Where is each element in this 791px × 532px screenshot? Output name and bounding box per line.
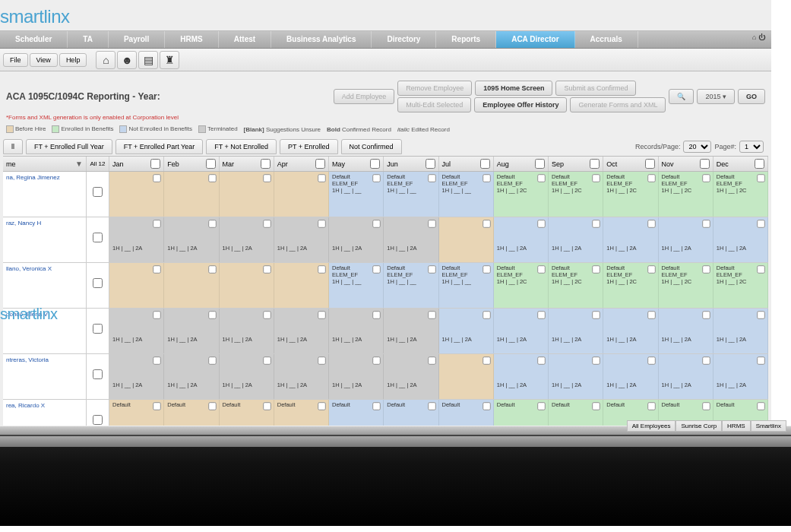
cell-checkbox[interactable] bbox=[593, 311, 600, 318]
row-checkbox[interactable] bbox=[93, 278, 103, 288]
cell-checkbox[interactable] bbox=[153, 220, 161, 227]
grid-cell[interactable]: 1H | __ | 2A bbox=[329, 354, 384, 399]
menu-view[interactable]: View bbox=[30, 53, 58, 67]
cell-checkbox[interactable] bbox=[757, 356, 764, 364]
cell-checkbox[interactable] bbox=[318, 402, 325, 410]
menu-file[interactable]: File bbox=[3, 53, 28, 67]
user-icon[interactable]: ☻ bbox=[117, 51, 137, 69]
cell-checkbox[interactable] bbox=[263, 356, 271, 364]
cell-checkbox[interactable] bbox=[373, 311, 381, 318]
grid-cell[interactable]: 1H | __ | 2A bbox=[603, 217, 658, 262]
cell-checkbox[interactable] bbox=[647, 220, 655, 227]
cell-checkbox[interactable] bbox=[208, 356, 216, 364]
grid-cell[interactable]: Default bbox=[439, 400, 494, 426]
grid-cell[interactable]: 1H | __ | 2A bbox=[164, 354, 219, 399]
nav-business-analytics[interactable]: Business Analytics bbox=[271, 31, 372, 48]
col-dec[interactable]: Dec bbox=[713, 157, 768, 171]
cell-checkbox[interactable] bbox=[702, 311, 710, 318]
year-select[interactable]: 2015 ▾ bbox=[697, 89, 735, 104]
col-feb[interactable]: Feb bbox=[164, 157, 219, 171]
records-select[interactable]: 20 bbox=[683, 141, 711, 153]
nav-directory[interactable]: Directory bbox=[372, 31, 436, 48]
nav-hrms[interactable]: HRMS bbox=[165, 31, 218, 48]
grid-cell[interactable]: DefaultELEM_EF1H | __ | __ bbox=[439, 172, 494, 217]
grid-cell[interactable]: 1H | __ | 2A bbox=[220, 354, 274, 399]
col-jun[interactable]: Jun bbox=[384, 157, 438, 171]
col-may[interactable]: May bbox=[329, 157, 384, 171]
grid-cell[interactable]: 1H | __ | 2A bbox=[603, 309, 658, 353]
cell-checkbox[interactable] bbox=[153, 311, 161, 318]
grid-cell[interactable]: DefaultELEM_EF1H | __ | 2C bbox=[494, 172, 549, 217]
row-checkbox[interactable] bbox=[93, 324, 103, 334]
cell-checkbox[interactable] bbox=[757, 174, 764, 182]
cell-checkbox[interactable] bbox=[153, 174, 161, 182]
cell-checkbox[interactable] bbox=[153, 356, 161, 364]
cell-checkbox[interactable] bbox=[153, 402, 161, 410]
grid-cell[interactable] bbox=[109, 263, 164, 308]
nav-attest[interactable]: Attest bbox=[219, 31, 271, 48]
cell-checkbox[interactable] bbox=[263, 402, 271, 410]
nav-aca-director[interactable]: ACA Director bbox=[496, 31, 574, 48]
employee-name[interactable]: na, Regina Jimenez bbox=[3, 172, 87, 217]
cell-checkbox[interactable] bbox=[647, 356, 655, 364]
cell-checkbox[interactable] bbox=[537, 265, 545, 273]
grid-cell[interactable]: 1H | __ | 2A bbox=[713, 309, 768, 353]
grid-cell[interactable] bbox=[274, 172, 329, 217]
row-checkbox[interactable] bbox=[93, 187, 103, 197]
submit-confirmed-button[interactable]: Submit as Confirmed bbox=[555, 81, 636, 96]
cell-checkbox[interactable] bbox=[593, 220, 600, 227]
nav-accruals[interactable]: Accruals bbox=[575, 31, 638, 48]
filter-tab[interactable]: Not Confirmed bbox=[341, 139, 402, 154]
col-mar[interactable]: Mar bbox=[220, 157, 274, 171]
grid-cell[interactable]: Default bbox=[220, 400, 274, 426]
cell-checkbox[interactable] bbox=[428, 174, 435, 182]
grid-cell[interactable]: 1H | __ | 2A bbox=[549, 217, 603, 262]
grid-cell[interactable]: 1H | __ | 2A bbox=[164, 309, 219, 353]
grid-cell[interactable]: DefaultELEM_EF1H | __ | 2C bbox=[659, 172, 713, 217]
filter-tab[interactable]: PT + Enrolled bbox=[280, 139, 338, 154]
building-icon[interactable]: ♜ bbox=[160, 51, 179, 69]
grid-cell[interactable]: 1H | __ | 2A bbox=[329, 217, 384, 262]
grid-cell[interactable]: 1H | __ | 2A bbox=[274, 354, 329, 399]
grid-cell[interactable]: 1H | __ | 2A bbox=[713, 217, 768, 262]
grid-cell[interactable] bbox=[220, 263, 274, 308]
grid-cell[interactable]: 1H | __ | 2A bbox=[274, 309, 329, 353]
nav-scheduler[interactable]: Scheduler bbox=[0, 31, 68, 48]
cell-checkbox[interactable] bbox=[537, 220, 545, 227]
grid-cell[interactable]: 1H | __ | 2A bbox=[109, 354, 164, 399]
cell-checkbox[interactable] bbox=[318, 265, 325, 273]
grid-cell[interactable]: 1H | __ | 2A bbox=[220, 217, 274, 262]
cell-checkbox[interactable] bbox=[318, 220, 325, 227]
grid-cell[interactable]: 1H | __ | 2A bbox=[659, 354, 713, 399]
cell-checkbox[interactable] bbox=[593, 402, 600, 410]
filter-tab[interactable]: FT + Not Enrolled bbox=[206, 139, 277, 154]
cell-checkbox[interactable] bbox=[702, 220, 710, 227]
cell-checkbox[interactable] bbox=[702, 402, 710, 410]
month-checkbox[interactable] bbox=[590, 159, 600, 169]
status-tab[interactable]: Sunrise Corp bbox=[676, 420, 722, 426]
grid-cell[interactable]: Default bbox=[109, 400, 164, 426]
month-checkbox[interactable] bbox=[535, 159, 545, 169]
col-aug[interactable]: Aug bbox=[494, 157, 549, 171]
cell-checkbox[interactable] bbox=[318, 174, 325, 182]
home-icon[interactable]: ⌂ bbox=[96, 51, 115, 69]
offer-history-button[interactable]: Employee Offer History bbox=[474, 97, 567, 112]
menu-help[interactable]: Help bbox=[59, 53, 87, 67]
grid-cell[interactable] bbox=[164, 172, 219, 217]
grid-cell[interactable]: 1H | __ | 2A bbox=[494, 309, 549, 353]
grid-cell[interactable]: 1H | __ | 2A bbox=[109, 309, 164, 353]
cell-checkbox[interactable] bbox=[593, 174, 600, 182]
month-checkbox[interactable] bbox=[480, 159, 490, 169]
col-jul[interactable]: Jul bbox=[439, 157, 494, 171]
nav-home-icon[interactable]: ⌂ ⏻ bbox=[746, 31, 771, 48]
grid-cell[interactable]: DefaultELEM_EF1H | __ | __ bbox=[384, 172, 438, 217]
grid-cell[interactable] bbox=[109, 172, 164, 217]
grid-cell[interactable]: DefaultELEM_EF1H | __ | __ bbox=[329, 263, 384, 308]
cell-checkbox[interactable] bbox=[263, 265, 271, 273]
cell-checkbox[interactable] bbox=[537, 174, 545, 182]
grid-cell[interactable]: DefaultELEM_EF1H | __ | 2C bbox=[549, 172, 603, 217]
grid-cell[interactable]: Default bbox=[549, 400, 603, 426]
grid-cell[interactable]: DefaultELEM_EF1H | __ | 2C bbox=[549, 263, 603, 308]
cell-checkbox[interactable] bbox=[483, 311, 490, 318]
grid-cell[interactable]: 1H | __ | 2A bbox=[220, 309, 274, 353]
